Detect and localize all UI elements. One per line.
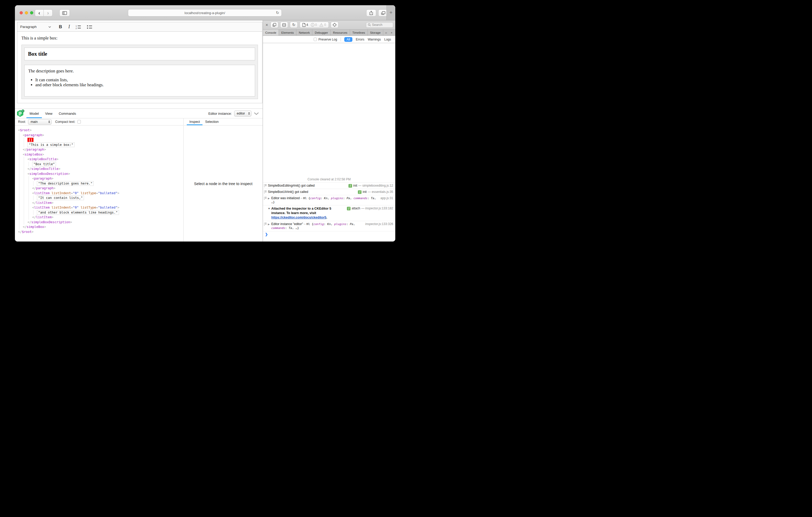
simple-box-title[interactable]: Box title <box>24 48 255 60</box>
simple-box-widget[interactable]: Box title The description goes here. It … <box>22 45 258 99</box>
tree-node-$root[interactable]: <$root> <box>15 128 183 133</box>
tree-node-paragraph[interactable]: </paragraph> <box>15 186 183 191</box>
filter-level-warnings[interactable]: Warnings <box>368 38 381 41</box>
filter-level-all[interactable]: All <box>344 37 352 42</box>
log-source[interactable]: fattach— inspector.js:133:182 <box>347 207 393 210</box>
tree-node-simpleBoxDescription[interactable]: <simpleBoxDescription> <box>15 172 183 176</box>
list-item[interactable]: It can contain lists, <box>35 78 251 83</box>
intro-paragraph[interactable]: This is a simple box: <box>22 35 258 41</box>
editor-content[interactable]: This is a simple box: Box title The desc… <box>17 35 262 99</box>
preserve-log-checkbox[interactable] <box>314 38 317 41</box>
bold-button[interactable]: B <box>59 24 62 30</box>
simple-box-description[interactable]: The description goes here. It can contai… <box>24 65 255 96</box>
inspector-tab-view[interactable]: View <box>42 109 55 118</box>
editor-instance-select[interactable]: editor <box>234 111 252 117</box>
inspector-tab-commands[interactable]: Commands <box>55 109 79 118</box>
pane-tab-selection[interactable]: Selection <box>202 118 221 125</box>
filter-level-logs[interactable]: Logs <box>384 38 391 41</box>
disclosure-triangle-icon[interactable]: ▼ <box>268 207 271 211</box>
console-log-row[interactable]: SimpleBoxEditing#init() got calledfinit—… <box>263 182 395 189</box>
tree-node-text[interactable]: "It can contain lists," <box>15 195 183 201</box>
description-list[interactable]: It can contain lists,and other block ele… <box>28 78 251 87</box>
tree-node-paragraph[interactable]: </paragraph> <box>15 147 183 152</box>
reload-page-button[interactable]: ↻ <box>290 22 298 28</box>
devtools-tab-storage[interactable]: Storage <box>368 30 383 35</box>
tree-node-text[interactable]: "This is a simple box:" <box>15 143 183 147</box>
tree-node-paragraph[interactable]: <paragraph> <box>15 133 183 138</box>
inspector-tab-model[interactable]: Model <box>26 109 42 118</box>
tree-node-text[interactable]: "The description goes here." <box>15 181 183 186</box>
tree-node-selection[interactable]: [] <box>15 138 183 143</box>
log-source[interactable]: finit— simpleboxediting.js:12 <box>348 184 393 188</box>
tree-node-listItem[interactable]: <listItem listIndent="0" listType="bulle… <box>15 191 183 196</box>
forward-button[interactable]: › <box>44 9 53 17</box>
filter-level-errors[interactable]: Errors <box>356 38 365 41</box>
paragraph-style-dropdown[interactable]: Paragraph <box>20 25 51 29</box>
editor-instance-value: editor <box>237 112 245 115</box>
element-picker-button[interactable] <box>331 22 339 28</box>
minimize-window-button[interactable] <box>25 11 28 14</box>
log-source[interactable]: inspector.js:133:326 <box>365 222 393 226</box>
pane-tab-inspect[interactable]: Inspect <box>187 118 202 125</box>
collapse-inspector-icon[interactable] <box>254 112 259 115</box>
tree-node-simpleBox[interactable]: </simpleBox> <box>15 224 183 230</box>
devtools-tab-timelines[interactable]: Timelines <box>350 30 368 35</box>
devtools-tab-debugger[interactable]: Debugger <box>312 30 331 35</box>
share-button[interactable] <box>366 9 376 17</box>
reload-icon[interactable]: ↻ <box>276 10 279 15</box>
dock-bottom-button[interactable] <box>280 22 288 28</box>
ckeditor-logo-icon: 5 <box>17 110 24 117</box>
console-filter-bar: Preserve Log AllErrorsWarningsLogs <box>263 36 395 43</box>
log-source[interactable]: app.js:31 <box>380 196 393 200</box>
tree-node-simpleBoxTitle[interactable]: </simpleBoxTitle> <box>15 166 183 172</box>
devtools-tab-console[interactable]: Console <box>263 30 279 35</box>
back-button[interactable]: ‹ <box>35 9 44 17</box>
empty-inspect-message: Select a node in the tree to inspect <box>194 182 253 186</box>
address-bar[interactable]: localhost/creating-a-plugin/ ↻ <box>128 9 282 17</box>
devtools-tab-elements[interactable]: Elements <box>279 30 296 35</box>
tree-node-$root[interactable]: </$root> <box>15 230 183 235</box>
more-tabs-icon[interactable]: ›› <box>383 30 389 35</box>
resource-summary-button[interactable]: 4 0 0 <box>299 22 329 28</box>
devtools-tab-network[interactable]: Network <box>296 30 312 35</box>
devtools-search-field[interactable]: Search <box>366 22 393 28</box>
tree-node-listItem[interactable]: <listItem listIndent="0" listType="bulle… <box>15 205 183 210</box>
root-select[interactable]: main <box>28 119 52 125</box>
dock-side-button[interactable] <box>270 22 278 28</box>
console-log-row[interactable]: ▶Editor was initialized – Hl {config: Kn… <box>263 195 395 205</box>
new-tab-button[interactable]: + <box>386 5 395 20</box>
tree-node-paragraph[interactable]: <paragraph> <box>15 176 183 181</box>
console-log-row[interactable]: ▶Editor instance "editor" – Hl {config: … <box>263 221 395 231</box>
tree-node-text[interactable]: "and other block elements like headings.… <box>15 210 183 215</box>
document-count: 4 <box>302 23 308 27</box>
tree-node-listItem[interactable]: </listItem> <box>15 201 183 206</box>
sidebar-toggle-button[interactable] <box>59 9 70 17</box>
gear-icon[interactable]: ⚙ <box>394 30 395 35</box>
tree-node-simpleBox[interactable]: <simpleBox> <box>15 152 183 157</box>
console-prompt[interactable]: ❯ <box>263 231 395 242</box>
devtools-tab-resources[interactable]: Resources <box>331 30 350 35</box>
disclosure-triangle-icon[interactable]: ▶ <box>268 222 271 226</box>
tree-node-simpleBoxTitle[interactable]: <simpleBoxTitle> <box>15 157 183 162</box>
console-log-row[interactable]: ▼Attached the inspector to a CKEditor 5 … <box>263 205 395 221</box>
tree-node-simpleBoxDescription[interactable]: </simpleBoxDescription> <box>15 220 183 225</box>
tree-node-listItem[interactable]: </listItem> <box>15 215 183 220</box>
close-window-button[interactable] <box>20 11 23 14</box>
disclosure-triangle-icon[interactable]: ▶ <box>268 196 271 201</box>
italic-button[interactable]: I <box>68 24 70 30</box>
console-log-row[interactable]: SimpleBoxUI#init() got calledfinit— esse… <box>263 189 395 195</box>
add-tab-icon[interactable]: + <box>389 30 395 35</box>
numbered-list-button[interactable]: 12 <box>76 25 81 29</box>
tree-node-text[interactable]: "Box title" <box>15 162 183 167</box>
crosshair-icon <box>332 23 337 27</box>
zoom-window-button[interactable] <box>30 11 33 14</box>
dock-bottom-icon <box>282 23 286 27</box>
log-link[interactable]: https://ckeditor.com/docs/ckeditor5 <box>271 216 326 219</box>
log-source[interactable]: finit— essentials.js:35 <box>358 190 393 194</box>
model-tree[interactable]: <$root><paragraph>[]"This is a simple bo… <box>15 126 184 242</box>
close-devtools-button[interactable]: ✕ <box>265 23 269 27</box>
compact-text-checkbox[interactable] <box>78 120 81 124</box>
description-paragraph[interactable]: The description goes here. <box>28 68 251 74</box>
list-item[interactable]: and other block elements like headings. <box>35 83 251 88</box>
bulleted-list-button[interactable] <box>87 25 92 29</box>
